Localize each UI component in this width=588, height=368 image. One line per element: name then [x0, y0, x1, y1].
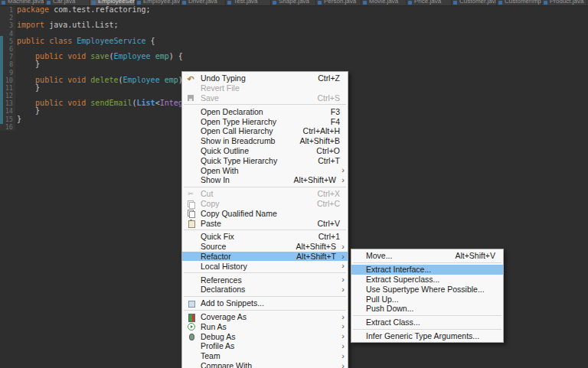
menu-item-refactor[interactable]: RefactorAlt+Shift+T› [182, 252, 348, 262]
menu-item-save[interactable]: SaveCtrl+S [182, 93, 348, 103]
menu-item-copy-qualified-name[interactable]: Copy Qualified Name [182, 208, 348, 218]
menu-item-label: Extract Class... [366, 318, 420, 327]
menu-separator [184, 230, 346, 230]
code-text: package com.test.refactoring; [15, 6, 588, 14]
menu-item-show-in-breadcrumb[interactable]: Show in BreadcrumbAlt+Shift+B [182, 136, 348, 146]
menu-item-extract-interface[interactable]: Extract Interface... [351, 265, 503, 275]
menu-item-references[interactable]: References› [182, 275, 348, 285]
java-file-icon [2, 1, 5, 5]
menu-item-show-in[interactable]: Show InAlt+Shift+W› [182, 175, 348, 185]
menu-item-open-call-hierarchy[interactable]: Open Call HierarchyCtrl+Alt+H [182, 126, 348, 136]
tab-label: Car.java [53, 0, 87, 5]
menu-item-revert-file[interactable]: Revert File [182, 83, 348, 93]
menu-item-label: Team [201, 351, 220, 360]
menu-item-label: References [201, 275, 242, 285]
editor-tab[interactable]: Person.java [316, 0, 361, 5]
menu-item-label: Revert File [201, 83, 240, 93]
java-file-icon [453, 1, 457, 5]
menu-item-quick-fix[interactable]: Quick FixCtrl+1 [182, 232, 348, 242]
menu-item-push-down[interactable]: Push Down... [351, 304, 503, 314]
menu-item-label: Open Type Hierarchy [201, 117, 276, 126]
code-line[interactable]: 3import java.util.List; [0, 21, 588, 29]
debug-icon [185, 332, 196, 340]
menu-item-shortcut: Ctrl+C [317, 199, 345, 208]
submenu-arrow-icon: › [341, 312, 345, 322]
menu-item-compare-with[interactable]: Compare With› [182, 361, 348, 368]
editor-tab[interactable]: Shape.java [271, 0, 316, 5]
menu-item-open-declaration[interactable]: Open DeclarationF3 [182, 106, 348, 116]
menu-item-pull-up[interactable]: Pull Up... [351, 294, 503, 304]
editor-tab[interactable]: Car.java [45, 0, 90, 5]
java-file-icon [47, 1, 51, 5]
editor-tab[interactable]: EmployeeService.java [90, 0, 136, 5]
menu-item-open-with[interactable]: Open With› [182, 165, 348, 175]
menu-item-label: Quick Fix [201, 232, 234, 241]
range-indicator [0, 36, 3, 124]
code-line[interactable]: 7 public void save(Employee emp) { [0, 53, 588, 60]
menu-item-source[interactable]: SourceAlt+Shift+S› [182, 242, 348, 252]
editor-tab[interactable]: Machine.java [0, 0, 45, 5]
tab-label: Customer.java [459, 0, 494, 5]
menu-item-label: Quick Type Hierarchy [201, 156, 277, 165]
menu-item-use-supertype-where-possible[interactable]: Use Supertype Where Possible... [351, 284, 503, 294]
menu-item-label: Show in Breadcrumb [201, 136, 275, 145]
submenu-arrow-icon: › [341, 285, 345, 295]
tab-label: Price.java [414, 0, 449, 5]
menu-item-cut[interactable]: CutCtrl+X [182, 189, 348, 199]
menu-separator [184, 296, 346, 297]
java-file-icon [227, 1, 231, 5]
menu-item-extract-class[interactable]: Extract Class... [351, 318, 503, 327]
code-line[interactable]: 8 } [0, 60, 588, 68]
editor-tab[interactable]: Customer.java [452, 0, 497, 5]
menu-item-add-to-snippets[interactable]: Add to Snippets... [182, 298, 348, 308]
menu-item-run-as[interactable]: Run As› [182, 321, 348, 331]
menu-item-shortcut: Ctrl+T [318, 156, 345, 165]
menu-item-copy[interactable]: CopyCtrl+C [182, 199, 348, 209]
menu-item-label: Open With [201, 166, 239, 175]
menu-separator [184, 310, 346, 311]
menu-item-quick-outline[interactable]: Quick OutlineCtrl+O [182, 146, 348, 156]
editor-tab[interactable]: Employee.java [136, 0, 181, 5]
code-token: import [17, 21, 44, 29]
submenu-arrow-icon: › [341, 331, 345, 341]
menu-item-label: Open Declaration [201, 107, 263, 116]
code-line[interactable]: 5public class EmployeeService { [0, 37, 588, 45]
menu-item-local-history[interactable]: Local History› [182, 261, 348, 271]
menu-item-shortcut: Alt+Shift+V [455, 251, 501, 260]
submenu-arrow-icon: › [341, 252, 345, 262]
menu-item-extract-superclass[interactable]: Extract Superclass... [351, 275, 503, 285]
editor-tab[interactable]: Movie.java [361, 0, 407, 5]
editor-tab[interactable]: Test.java [226, 0, 271, 5]
menu-separator [353, 315, 501, 316]
menu-item-team[interactable]: Team› [182, 351, 348, 361]
menu-item-paste[interactable]: PasteCtrl+V [182, 218, 348, 228]
submenu-arrow-icon: › [341, 275, 345, 285]
editor-tab[interactable]: Product.java [542, 0, 587, 5]
code-line[interactable]: 1package com.test.refactoring; [0, 6, 588, 14]
menu-item-debug-as[interactable]: Debug As› [182, 331, 348, 341]
editor-tab[interactable]: Price.java [407, 0, 452, 5]
menu-item-profile-as[interactable]: Profile As› [182, 341, 348, 351]
menu-item-quick-type-hierarchy[interactable]: Quick Type HierarchyCtrl+T [182, 155, 348, 165]
menu-item-open-type-hierarchy[interactable]: Open Type HierarchyF4 [182, 116, 348, 126]
editor-context-menu: Undo TypingCtrl+ZRevert FileSaveCtrl+SOp… [181, 71, 348, 368]
code-token: } [17, 60, 40, 68]
editor-tab[interactable]: CustomerImpl.java [497, 0, 542, 5]
menu-item-label: Cut [201, 189, 213, 198]
menu-item-label: Pull Up... [366, 295, 399, 304]
java-file-icon [318, 1, 322, 5]
menu-item-infer-generic-type-arguments[interactable]: Infer Generic Type Arguments... [351, 331, 503, 341]
java-file-icon [273, 1, 276, 5]
submenu-arrow-icon: › [341, 341, 345, 351]
code-token: public class [17, 37, 77, 45]
code-text: public void save(Employee emp) { [15, 53, 588, 60]
menu-item-coverage-as[interactable]: Coverage As› [182, 312, 348, 322]
code-token: public void [35, 76, 90, 84]
menu-item-undo-typing[interactable]: Undo TypingCtrl+Z [182, 73, 348, 83]
editor-tab[interactable]: Driver.java [181, 0, 226, 5]
code-token: { [146, 37, 155, 45]
tab-label: Machine.java [8, 0, 42, 5]
menu-item-move[interactable]: Move...Alt+Shift+V [351, 251, 503, 261]
code-token: emp [155, 52, 169, 60]
menu-item-declarations[interactable]: Declarations› [182, 285, 348, 295]
